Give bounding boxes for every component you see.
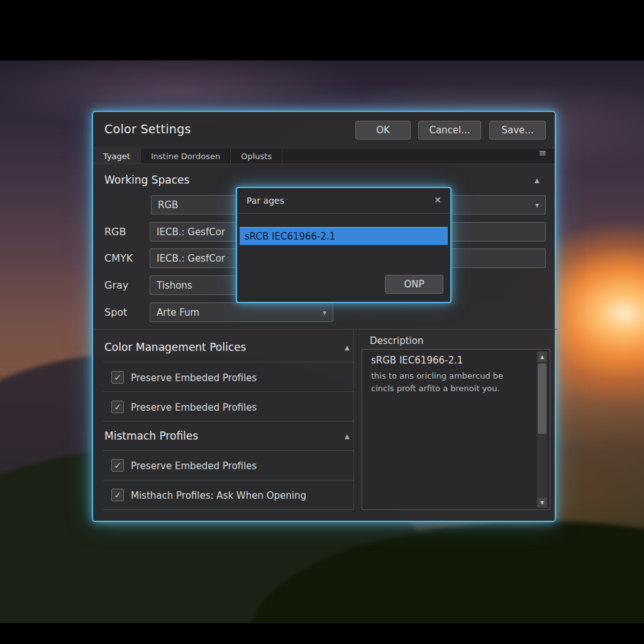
popup-selected-item[interactable]: sRCB IEC61966-2.1 bbox=[240, 227, 448, 245]
letterbox-bottom bbox=[0, 623, 644, 644]
working-spaces-heading: Working Spaces bbox=[104, 174, 189, 186]
scroll-thumb[interactable] bbox=[538, 364, 547, 434]
gray-label: Gray bbox=[104, 279, 128, 291]
save-button[interactable]: Save... bbox=[489, 121, 546, 140]
dialog-title: Color Settings bbox=[104, 122, 191, 136]
divider bbox=[103, 480, 353, 480]
checkbox-label: Preserve Embeded Profiles bbox=[131, 402, 257, 413]
tab-instine-dordosen[interactable]: Instine Dordosen bbox=[141, 148, 231, 164]
popup-ok-button[interactable]: ONP bbox=[385, 275, 443, 294]
description-panel: sRGB IEC61966-2.1 this to ans oricling a… bbox=[362, 349, 550, 510]
divider bbox=[103, 362, 353, 362]
policies-heading: Color Management Polices bbox=[104, 341, 246, 353]
cmyk-value: IECB.: GesfCor bbox=[157, 253, 225, 264]
ok-button[interactable]: OK bbox=[355, 121, 411, 140]
collapse-arrow-icon[interactable]: ▲ bbox=[345, 433, 350, 440]
checkbox-preserve-profiles-1[interactable]: ✓ bbox=[111, 371, 124, 384]
collapse-arrow-icon[interactable]: ▲ bbox=[345, 344, 350, 351]
checkbox-label: Preserve Embeded Profiles bbox=[131, 372, 257, 384]
mismatch-profiles-heading: Mistmach Profiles bbox=[104, 430, 198, 442]
divider bbox=[103, 421, 353, 421]
description-heading: Description bbox=[370, 335, 423, 347]
popup-title: Par ages bbox=[247, 196, 284, 206]
spot-value: Arte Fum bbox=[157, 307, 199, 318]
description-title: sRGB IEC61966-2.1 bbox=[371, 355, 463, 366]
chevron-down-icon: ▾ bbox=[323, 308, 326, 317]
spot-select[interactable]: Arte Fum ▾ bbox=[150, 303, 333, 322]
check-icon: ✓ bbox=[114, 372, 121, 382]
spot-label: Spot bbox=[104, 306, 127, 318]
profile-popup: Par ages ✕ sRCB IEC61966-2.1 ONP bbox=[236, 187, 452, 303]
divider bbox=[103, 450, 353, 451]
divider bbox=[103, 509, 353, 510]
checkbox-label: Misthach Profiles: Ask When Opening bbox=[131, 490, 306, 501]
color-settings-dialog: Color Settings OK Cancel... Save... Tyag… bbox=[92, 111, 556, 522]
scroll-up-icon[interactable]: ▲ bbox=[537, 352, 547, 362]
rgb-value: IECB.: GesfCor bbox=[157, 226, 225, 238]
tab-bar: Tyaget Instine Dordosen Oplusts bbox=[93, 148, 555, 164]
gray-value: Tishons bbox=[157, 280, 192, 291]
divider bbox=[93, 329, 557, 330]
divider bbox=[103, 391, 353, 392]
tab-oplusts[interactable]: Oplusts bbox=[231, 148, 282, 164]
description-scrollbar[interactable]: ▲ ▼ bbox=[537, 352, 547, 508]
checkbox-preserve-profiles-2[interactable]: ✓ bbox=[111, 401, 124, 413]
checkbox-ask-when-opening[interactable]: ✓ bbox=[111, 489, 124, 501]
check-icon: ✓ bbox=[114, 460, 121, 470]
rgb-label: RGB bbox=[104, 226, 126, 238]
chevron-down-icon: ▾ bbox=[535, 201, 539, 209]
check-icon: ✓ bbox=[114, 402, 121, 412]
checkbox-preserve-profiles-3[interactable]: ✓ bbox=[111, 459, 124, 472]
scroll-down-icon[interactable]: ▼ bbox=[537, 497, 547, 508]
screenshot-canvas: Color Settings OK Cancel... Save... Tyag… bbox=[0, 0, 644, 644]
description-body: this to ans oricling ambercud be cincls … bbox=[371, 370, 521, 394]
tab-tyaget[interactable]: Tyaget bbox=[93, 148, 141, 164]
divider bbox=[353, 329, 354, 510]
checkbox-label: Preserve Embeded Profiles bbox=[131, 460, 257, 472]
top-select-value: RGB bbox=[158, 199, 178, 211]
letterbox-top bbox=[0, 0, 644, 60]
collapse-arrow-icon[interactable]: ▲ bbox=[535, 177, 540, 184]
menu-icon[interactable]: ≡ bbox=[538, 148, 547, 158]
divider bbox=[237, 213, 450, 214]
cmyk-label: CMYK bbox=[104, 252, 133, 264]
close-icon[interactable]: ✕ bbox=[434, 195, 441, 205]
check-icon: ✓ bbox=[114, 490, 121, 500]
cancel-button[interactable]: Cancel... bbox=[418, 121, 481, 140]
